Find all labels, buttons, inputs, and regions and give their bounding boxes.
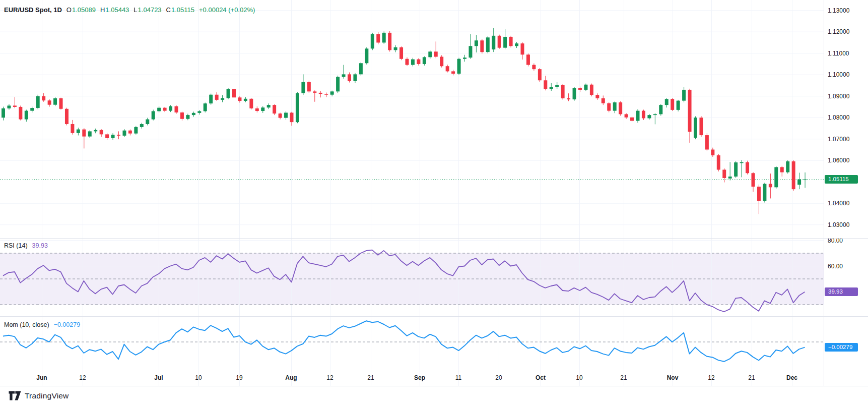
candle-up xyxy=(763,184,766,201)
candle-up xyxy=(475,40,478,46)
candle-down xyxy=(440,57,443,67)
candle-down xyxy=(544,80,547,89)
change-value: +0.00024 (+0.02%) xyxy=(199,6,255,14)
candle-up xyxy=(371,34,374,48)
rsi-value-badge: 39.93 xyxy=(825,287,858,297)
candle-down xyxy=(65,109,69,124)
time-tick-label: 12 xyxy=(708,374,715,381)
candle-up xyxy=(774,167,778,187)
candle-up xyxy=(353,74,357,81)
rsi-tick-label: 80.00 xyxy=(828,237,843,244)
time-tick-label: 20 xyxy=(495,374,502,381)
candle-down xyxy=(319,93,322,94)
time-tick-label: 10 xyxy=(195,374,202,381)
candle-up xyxy=(694,118,697,138)
candle-down xyxy=(757,187,761,201)
candle-down xyxy=(105,134,109,138)
candle-down xyxy=(699,118,703,135)
candle-down xyxy=(175,106,178,112)
candle-down xyxy=(717,155,720,169)
candle-up xyxy=(296,93,299,122)
candle-down xyxy=(42,96,45,101)
candle-down xyxy=(348,74,351,81)
candle-down xyxy=(128,131,132,134)
time-tick-label: 19 xyxy=(236,374,243,381)
candle-down xyxy=(722,169,726,178)
candle-down xyxy=(406,59,409,65)
candle-up xyxy=(227,89,230,98)
candle-down xyxy=(498,36,501,48)
chart-window: 1.130001.120001.110001.100001.090001.080… xyxy=(0,0,868,405)
candle-up xyxy=(411,60,415,65)
rsi-title[interactable]: RSI (14) xyxy=(4,242,28,249)
candle-down xyxy=(509,37,513,46)
candle-up xyxy=(394,47,397,50)
candle-up xyxy=(53,98,57,105)
candle-down xyxy=(538,69,542,80)
candle-up xyxy=(25,111,28,120)
candle-down xyxy=(451,71,455,74)
time-tick-label: 21 xyxy=(367,374,374,381)
ohlc-open: O1.05089 xyxy=(66,6,96,14)
candle-up xyxy=(244,99,247,101)
time-tick-label: Oct xyxy=(536,374,546,381)
candle-up xyxy=(428,51,432,57)
candle-up xyxy=(659,105,662,114)
candle-up xyxy=(503,37,507,48)
price-tick-label: 1.10000 xyxy=(828,71,850,78)
candle-up xyxy=(515,43,518,46)
tradingview-logo-icon[interactable] xyxy=(9,391,21,400)
tradingview-wordmark[interactable]: TradingView xyxy=(25,391,69,400)
time-tick-label: Dec xyxy=(786,374,797,381)
candle-down xyxy=(215,95,219,100)
candle-up xyxy=(469,46,472,57)
candle-down xyxy=(324,94,328,95)
candle-up xyxy=(786,161,789,172)
candle-down xyxy=(769,184,772,188)
mom-title[interactable]: Mom (10, close) xyxy=(4,321,49,328)
price-tick-label: 1.04000 xyxy=(828,200,850,207)
candle-down xyxy=(163,108,167,111)
candle-up xyxy=(267,105,271,107)
time-tick-label: 21 xyxy=(620,374,627,381)
candle-up xyxy=(94,130,97,132)
candle-up xyxy=(284,112,288,118)
candle-down xyxy=(279,113,282,118)
candle-up xyxy=(636,111,640,121)
candle-down xyxy=(590,85,593,95)
candle-up xyxy=(192,113,195,115)
candle-down xyxy=(249,99,253,108)
candle-up xyxy=(301,82,305,93)
rsi-tick-label: 60.00 xyxy=(828,263,843,270)
candle-up xyxy=(186,115,189,119)
ohlc-low: L1.04723 xyxy=(133,6,161,14)
candle-up xyxy=(157,108,161,111)
time-tick-label: Nov xyxy=(667,374,679,381)
time-tick-label: Sep xyxy=(414,374,425,381)
candle-up xyxy=(77,130,80,133)
mom-value-badge: −0.00279 xyxy=(825,343,858,352)
chart-canvas[interactable]: 1.130001.120001.110001.100001.090001.080… xyxy=(0,0,868,386)
candle-down xyxy=(180,112,184,119)
candle-up xyxy=(550,87,553,89)
candle-down xyxy=(526,54,530,65)
candle-down xyxy=(399,47,403,59)
price-tick-label: 1.13000 xyxy=(828,7,850,14)
candle-down xyxy=(711,150,714,155)
candle-down xyxy=(82,130,86,137)
candle-up xyxy=(584,85,587,90)
candle-down xyxy=(71,124,74,133)
time-tick-label: 11 xyxy=(455,374,462,381)
candle-down xyxy=(232,89,236,97)
candle-down xyxy=(59,98,63,109)
candle-up xyxy=(653,114,657,115)
symbol-title[interactable]: EUR/USD Spot, 1D xyxy=(4,6,62,14)
ohlc-high: H1.05443 xyxy=(100,6,129,14)
candle-down xyxy=(273,105,276,113)
price-tick-label: 1.12000 xyxy=(828,28,850,35)
candle-up xyxy=(797,180,801,185)
symbol-legend: EUR/USD Spot, 1D O1.05089 H1.05443 L1.04… xyxy=(4,6,255,14)
candle-down xyxy=(792,161,795,189)
candle-down xyxy=(313,91,316,93)
candle-up xyxy=(665,99,669,105)
